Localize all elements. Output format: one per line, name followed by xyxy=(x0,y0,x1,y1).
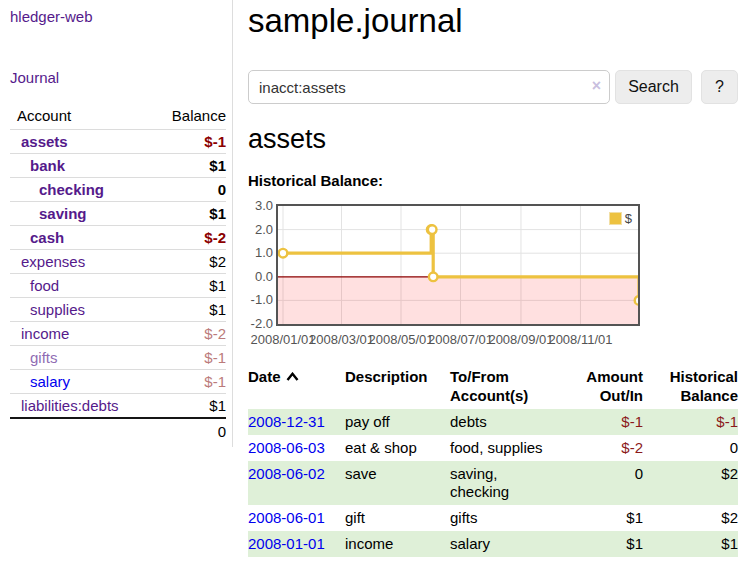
description-cell: pay off xyxy=(345,409,450,435)
x-axis-tick-label: 2008/11/01 xyxy=(548,332,612,347)
balance-cell: $2 xyxy=(643,505,738,531)
legend-swatch xyxy=(609,212,622,225)
register-header-amount: Amount Out/In xyxy=(568,365,643,409)
account-link[interactable]: liabilities:debts xyxy=(21,397,119,414)
accounts-cell: saving, checking xyxy=(450,461,568,505)
accounts-header-account: Account xyxy=(10,104,154,130)
sort-ascending-icon xyxy=(286,372,299,381)
transaction-date-link[interactable]: 2008-06-03 xyxy=(248,439,325,456)
y-axis-tick-label: -1.0 xyxy=(248,293,273,307)
date-cell: 2008-01-01 xyxy=(248,531,345,557)
transaction-date-link[interactable]: 2008-06-02 xyxy=(248,465,325,482)
register-row: 2008-01-01incomesalary$1$1 xyxy=(248,531,738,557)
main-content: sample.journal × Search ? assets Histori… xyxy=(248,2,738,557)
x-axis-tick-label: 2008/07/01 xyxy=(428,332,493,347)
accounts-table: Account Balance assets$-1bank$1checking0… xyxy=(10,104,226,444)
account-link[interactable]: supplies xyxy=(30,301,85,318)
register-row: 2008-06-01giftgifts$1$2 xyxy=(248,505,738,531)
description-cell: save xyxy=(345,461,450,505)
x-axis-tick-label: 2008/05/01 xyxy=(368,332,433,347)
account-cell: checking xyxy=(10,178,154,202)
account-cell: bank xyxy=(10,154,154,178)
x-axis-tick-label: 2008/03/01 xyxy=(309,332,374,347)
account-row-assets: assets$-1 xyxy=(10,130,226,154)
account-link[interactable]: assets xyxy=(21,133,68,150)
accounts-cell: food, supplies xyxy=(450,435,568,461)
account-cell: salary xyxy=(10,370,154,394)
page-title: sample.journal xyxy=(248,2,738,40)
account-link[interactable]: saving xyxy=(39,205,87,222)
clear-search-icon[interactable]: × xyxy=(592,78,601,94)
account-link[interactable]: checking xyxy=(39,181,104,198)
account-link[interactable]: food xyxy=(30,277,59,294)
account-balance: $-2 xyxy=(154,226,226,250)
brand-link[interactable]: hledger-web xyxy=(10,8,93,25)
account-row-supplies: supplies$1 xyxy=(10,298,226,322)
account-balance: 0 xyxy=(154,178,226,202)
description-cell: eat & shop xyxy=(345,435,450,461)
accounts-header-balance: Balance xyxy=(154,104,226,130)
chart-plot: $ xyxy=(276,204,640,326)
balance-cell: $-1 xyxy=(643,409,738,435)
account-link[interactable]: gifts xyxy=(30,349,58,366)
date-cell: 2008-06-03 xyxy=(248,435,345,461)
account-row-gifts: gifts$-1 xyxy=(10,346,226,370)
description-cell: income xyxy=(345,531,450,557)
description-cell: gift xyxy=(345,505,450,531)
account-cell: cash xyxy=(10,226,154,250)
transaction-date-link[interactable]: 2008-01-01 xyxy=(248,535,325,552)
balance-cell: $2 xyxy=(643,461,738,505)
register-row: 2008-06-03eat & shopfood, supplies$-20 xyxy=(248,435,738,461)
account-cell: expenses xyxy=(10,250,154,274)
negative-region xyxy=(278,277,638,324)
account-cell: liabilities:debts xyxy=(10,394,154,419)
account-link[interactable]: cash xyxy=(30,229,64,246)
account-cell: supplies xyxy=(10,298,154,322)
account-row-food: food$1 xyxy=(10,274,226,298)
help-button[interactable]: ? xyxy=(701,70,738,104)
y-axis-tick-label: -2.0 xyxy=(248,317,273,331)
date-cell: 2008-06-02 xyxy=(248,461,345,505)
register-table: Date Description To/From Account(s) Amou… xyxy=(248,365,738,557)
historical-balance-chart: $ 3.02.01.00.0-1.0-2.02008/01/012008/03/… xyxy=(248,204,738,346)
account-balance: $-1 xyxy=(154,370,226,394)
register-header-description: Description xyxy=(345,365,450,409)
y-axis-tick-label: 3.0 xyxy=(248,199,273,213)
sidebar: hledger-web Journal Account Balance asse… xyxy=(0,0,233,447)
account-balance: $1 xyxy=(154,298,226,322)
account-link[interactable]: expenses xyxy=(21,253,85,270)
account-heading: assets xyxy=(248,124,738,154)
account-balance: $-2 xyxy=(154,322,226,346)
register-row: 2008-06-02savesaving, checking0$2 xyxy=(248,461,738,505)
account-cell: assets xyxy=(10,130,154,154)
account-row-income: income$-2 xyxy=(10,322,226,346)
transaction-date-link[interactable]: 2008-12-31 xyxy=(248,413,325,430)
amount-cell: $-1 xyxy=(568,409,643,435)
account-cell: income xyxy=(10,322,154,346)
account-balance: $-1 xyxy=(154,130,226,154)
search-input[interactable] xyxy=(248,70,610,104)
account-cell: gifts xyxy=(10,346,154,370)
account-link[interactable]: bank xyxy=(30,157,65,174)
chart-title: Historical Balance: xyxy=(248,172,738,190)
x-axis-tick-label: 2008/09/01 xyxy=(488,332,553,347)
account-link[interactable]: salary xyxy=(30,373,70,390)
account-row-expenses: expenses$2 xyxy=(10,250,226,274)
accounts-total-value: 0 xyxy=(154,418,226,444)
account-row-salary: salary$-1 xyxy=(10,370,226,394)
transaction-date-link[interactable]: 2008-06-01 xyxy=(248,509,325,526)
register-header-date[interactable]: Date xyxy=(248,365,345,409)
account-balance: $1 xyxy=(154,202,226,226)
accounts-total-row: 0 xyxy=(10,418,226,444)
search-button[interactable]: Search xyxy=(615,70,692,104)
legend-label: $ xyxy=(625,211,632,226)
account-link[interactable]: income xyxy=(21,325,69,342)
balance-cell: $1 xyxy=(643,531,738,557)
data-point-marker xyxy=(429,273,438,282)
account-row-cash: cash$-2 xyxy=(10,226,226,250)
total-spacer xyxy=(10,418,154,444)
account-balance: $1 xyxy=(154,274,226,298)
sidebar-item-journal[interactable]: Journal xyxy=(10,69,59,86)
data-point-marker xyxy=(428,225,437,234)
account-row-saving: saving$1 xyxy=(10,202,226,226)
